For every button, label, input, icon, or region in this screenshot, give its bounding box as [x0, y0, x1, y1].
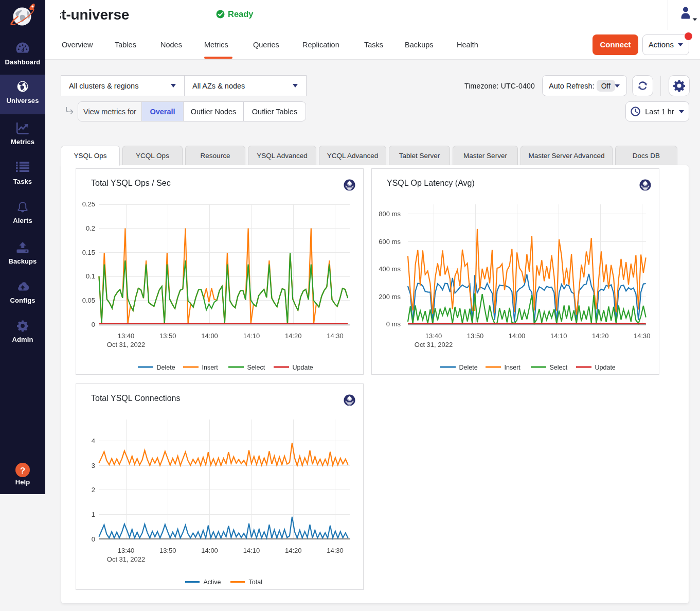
svg-text:14:30: 14:30	[327, 547, 344, 554]
svg-text:13:50: 13:50	[159, 332, 176, 340]
svg-text:13:40: 13:40	[425, 332, 442, 340]
svg-text:200 ms: 200 ms	[379, 293, 401, 301]
svg-text:Select: Select	[247, 364, 265, 371]
svg-text:14:30: 14:30	[634, 332, 651, 340]
svg-text:3: 3	[92, 462, 95, 469]
svg-text:14:20: 14:20	[592, 332, 609, 340]
svg-text:14:10: 14:10	[243, 547, 260, 554]
svg-text:4: 4	[92, 437, 95, 445]
svg-text:0.1: 0.1	[86, 272, 95, 280]
svg-text:13:50: 13:50	[467, 332, 484, 340]
svg-text:2: 2	[92, 486, 95, 494]
svg-text:14:00: 14:00	[509, 332, 526, 340]
svg-text:13:50: 13:50	[159, 547, 176, 554]
svg-text:Total: Total	[249, 579, 262, 586]
svg-text:0: 0	[92, 535, 95, 543]
svg-text:Update: Update	[595, 364, 616, 371]
svg-text:0.25: 0.25	[82, 200, 95, 208]
svg-text:Insert: Insert	[505, 364, 521, 371]
svg-text:14:10: 14:10	[243, 332, 260, 340]
svg-text:400 ms: 400 ms	[379, 265, 401, 273]
svg-text:Delete: Delete	[459, 364, 478, 371]
svg-text:14:30: 14:30	[327, 332, 344, 340]
svg-text:600 ms: 600 ms	[379, 238, 401, 246]
svg-text:?: ?	[20, 466, 25, 476]
svg-text:Oct 31, 2022: Oct 31, 2022	[107, 555, 145, 563]
svg-text:0.15: 0.15	[82, 249, 95, 256]
svg-text:Oct 31, 2022: Oct 31, 2022	[415, 341, 453, 348]
svg-text:0 ms: 0 ms	[386, 320, 401, 328]
svg-text:14:20: 14:20	[285, 547, 302, 554]
svg-text:14:10: 14:10	[550, 332, 567, 340]
svg-text:Update: Update	[293, 364, 313, 371]
svg-text:13:40: 13:40	[118, 547, 135, 554]
svg-text:0: 0	[92, 321, 95, 328]
svg-text:0.2: 0.2	[86, 224, 95, 232]
svg-text:Select: Select	[550, 364, 568, 371]
svg-text:800 ms: 800 ms	[379, 210, 401, 218]
svg-text:14:20: 14:20	[285, 332, 302, 340]
svg-text:Insert: Insert	[202, 364, 219, 371]
svg-text:Oct 31, 2022: Oct 31, 2022	[107, 341, 145, 348]
svg-text:Active: Active	[204, 579, 221, 586]
svg-text:Delete: Delete	[157, 364, 175, 371]
svg-text:14:00: 14:00	[201, 332, 218, 340]
svg-text:0.05: 0.05	[82, 296, 95, 304]
svg-text:13:40: 13:40	[118, 332, 135, 340]
svg-text:14:00: 14:00	[201, 547, 218, 554]
svg-text:1: 1	[92, 511, 95, 518]
